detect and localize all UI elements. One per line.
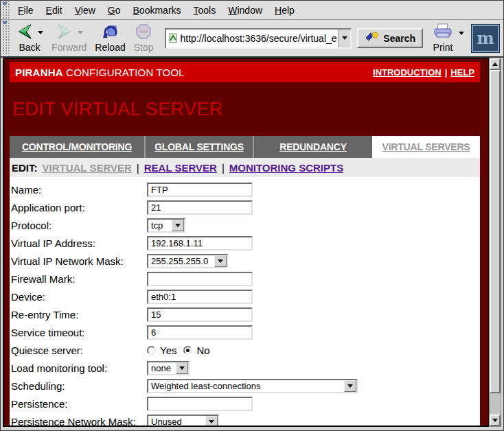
quiesce-no-radio[interactable] [183,346,192,355]
arrow-up-icon [492,62,498,66]
virtual-ip-label: Virtual IP Address: [11,237,147,249]
tab-redundancy[interactable]: REDUNDANCY [254,136,372,158]
reload-button[interactable]: Reload [93,23,127,54]
piranha-brand-strong: PIRANHA [15,67,63,78]
virtual-ip-mask-select[interactable]: 255.255.255.0 [147,254,228,268]
scrollbar-track[interactable] [490,393,501,415]
toolbar-grippy[interactable] [2,21,10,56]
form-row: Name: [10,180,480,198]
introduction-link[interactable]: INTRODUCTION [373,67,442,78]
menu-window[interactable]: Window [222,1,268,19]
window-bottom-frame [1,427,503,430]
menu-help[interactable]: Help [268,1,301,19]
piranha-brand-rest: CONFIGURATION TOOL [63,67,185,78]
form-row: Application port: [10,198,480,216]
name-field[interactable] [147,183,253,197]
page-bookmark-icon[interactable] [166,30,180,47]
application-port-field[interactable] [147,200,253,215]
printer-icon [433,23,453,42]
subnav-monitoring-scripts-link[interactable]: MONITORING SCRIPTS [229,162,343,174]
back-label: Back [19,42,40,53]
select-arrow-icon [205,416,218,428]
service-timeout-field[interactable] [147,325,253,340]
url-input[interactable] [180,30,339,47]
persistence-mask-select[interactable]: Unused [147,415,219,428]
mozilla-logo[interactable]: m [471,24,500,53]
forward-button[interactable]: Forward [49,23,89,54]
menu-go[interactable]: Go [102,1,127,19]
forward-label: Forward [51,42,87,53]
form-row: Re-entry Time: [10,305,480,323]
subnav-virtual-server-link[interactable]: VIRTUAL SERVER [43,162,132,174]
select-arrow-icon [214,255,227,267]
persistence-mask-label: Persistence Network Mask: [11,416,147,428]
quiesce-yes-radio[interactable] [147,346,156,355]
forward-dropdown-icon[interactable] [78,31,83,34]
menu-bar: File Edit View Go Bookmarks Tools Window… [1,1,503,20]
chevron-down-icon [342,36,347,40]
toolbar-grippy[interactable] [2,1,10,19]
reentry-time-field[interactable] [147,307,253,322]
form-row: Device: [10,288,480,305]
reload-icon [102,24,119,41]
menu-view[interactable]: View [69,1,102,19]
browser-window: File Edit View Go Bookmarks Tools Window… [0,0,504,431]
url-bar [165,28,352,49]
stop-button[interactable]: Stop [132,23,156,54]
menu-bookmarks[interactable]: Bookmarks [127,1,187,19]
menu-edit[interactable]: Edit [40,1,69,19]
mozilla-logo-letter: m [477,28,494,48]
protocol-label: Protocol: [11,220,147,231]
subnav-real-server-link[interactable]: REAL SERVER [144,162,217,174]
virtual-ip-field[interactable] [147,236,253,251]
name-label: Name: [11,184,147,196]
device-field[interactable] [147,290,253,304]
form-row: Virtual IP Network Mask: 255.255.255.0 [10,252,480,270]
scrollbar-thumb[interactable] [490,70,501,393]
back-button[interactable]: Back [14,23,45,54]
tab-global-settings[interactable]: GLOBAL SETTINGS [146,136,254,158]
application-port-label: Application port: [11,202,147,213]
page-viewport: PIRANHA CONFIGURATION TOOL INTRODUCTION … [3,58,489,427]
url-dropdown-button[interactable] [338,30,350,47]
piranha-header-bar: PIRANHA CONFIGURATION TOOL INTRODUCTION … [10,62,480,82]
print-dropdown-icon[interactable] [459,32,464,35]
print-button[interactable]: Print [431,23,455,54]
flashlight-icon [365,32,380,45]
form-row: Scheduling: Weighted least-connections [10,377,480,395]
stop-label: Stop [134,42,154,53]
load-monitoring-select[interactable]: none [147,361,190,375]
firewall-mark-field[interactable] [147,272,253,286]
form-row: Load monitoring tool: none [10,359,480,377]
scrollbar-down-button[interactable] [490,415,501,426]
virtual-ip-mask-label: Virtual IP Network Mask: [11,255,147,267]
back-icon [16,24,34,41]
menu-file[interactable]: File [12,1,40,19]
vertical-scrollbar [489,58,501,427]
quiesce-yes-label: Yes [160,345,176,356]
select-arrow-icon [176,362,188,374]
piranha-page: PIRANHA CONFIGURATION TOOL INTRODUCTION … [4,59,488,426]
scheduling-select[interactable]: Weighted least-connections [147,379,358,393]
service-timeout-label: Service timeout: [11,327,147,338]
virtual-ip-mask-value: 255.255.255.0 [148,256,214,266]
form-row: Persistence: [10,395,480,412]
tab-virtual-servers[interactable]: VIRTUAL SERVERS [372,136,480,158]
quiesce-no-label: No [196,345,209,356]
form-row: Persistence Network Mask: Unused [10,412,480,427]
content-area: PIRANHA CONFIGURATION TOOL INTRODUCTION … [1,58,503,427]
protocol-select[interactable]: tcp [147,218,185,233]
device-label: Device: [11,291,147,303]
menu-tools[interactable]: Tools [187,1,222,19]
tab-control-monitoring[interactable]: CONTROL/MONITORING [10,136,146,158]
navigation-toolbar: Back Forward [1,20,503,58]
back-dropdown-icon[interactable] [38,31,43,34]
firewall-mark-label: Firewall Mark: [11,273,147,285]
search-button[interactable]: Search [357,28,423,48]
scrollbar-up-button[interactable] [490,58,501,70]
persistence-field[interactable] [147,397,253,411]
forward-icon [56,24,73,41]
edit-subnav: EDIT: VIRTUAL SERVER | REAL SERVER | MON… [10,158,480,177]
help-link[interactable]: HELP [450,67,474,78]
select-arrow-icon [172,220,184,231]
